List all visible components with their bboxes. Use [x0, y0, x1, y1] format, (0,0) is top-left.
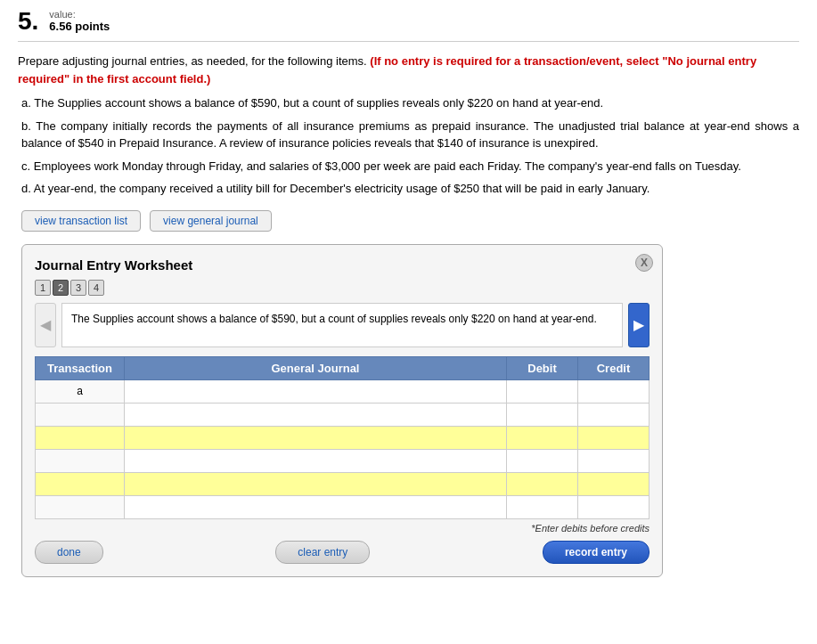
credit-input[interactable] — [582, 478, 645, 491]
debit-input[interactable] — [511, 432, 574, 444]
table-row — [36, 426, 650, 449]
col-transaction: Transaction — [36, 356, 125, 379]
question-items: a. The Supplies account shows a balance … — [21, 94, 799, 198]
general-journal-cell[interactable] — [125, 379, 507, 403]
credit-input[interactable] — [582, 455, 645, 468]
table-row — [36, 403, 650, 426]
col-general-journal: General Journal — [125, 356, 507, 379]
view-general-journal-button[interactable]: view general journal — [150, 210, 272, 232]
clear-entry-button[interactable]: clear entry — [275, 541, 370, 564]
transaction-cell: a — [36, 379, 125, 403]
page-container: 5. value: 6.56 points Prepare adjusting … — [0, 0, 817, 595]
credit-cell[interactable] — [578, 472, 650, 495]
transaction-cell — [36, 426, 125, 449]
general-journal-input[interactable] — [128, 501, 502, 514]
col-credit: Credit — [578, 356, 650, 379]
question-body: Prepare adjusting journal entries, as ne… — [18, 53, 799, 198]
transaction-cell — [36, 403, 125, 426]
table-row: a — [36, 379, 650, 403]
debit-input[interactable] — [511, 409, 574, 421]
question-header: 5. value: 6.56 points — [18, 9, 799, 42]
debit-cell[interactable] — [507, 472, 578, 495]
credit-input[interactable] — [582, 501, 645, 514]
table-row — [36, 472, 650, 495]
action-buttons-row: view transaction list view general journ… — [21, 210, 799, 232]
worksheet-title: Journal Entry Worksheet — [35, 257, 650, 273]
debit-input[interactable] — [511, 455, 574, 468]
debit-cell[interactable] — [507, 495, 578, 518]
nav-right-arrow[interactable]: ▶ — [628, 303, 650, 347]
general-journal-input[interactable] — [128, 386, 502, 398]
credit-input[interactable] — [582, 432, 645, 444]
value-label: value: — [49, 9, 110, 20]
question-number: 5. — [18, 9, 38, 34]
description-row: ◀ The Supplies account shows a balance o… — [35, 303, 650, 347]
description-box: The Supplies account shows a balance of … — [61, 303, 623, 347]
question-value-container: value: 6.56 points — [49, 9, 110, 33]
instructions: Prepare adjusting journal entries, as ne… — [18, 53, 799, 87]
credit-input[interactable] — [582, 409, 645, 421]
credit-cell[interactable] — [578, 379, 650, 403]
record-entry-button[interactable]: record entry — [543, 541, 650, 564]
nav-left-arrow[interactable]: ◀ — [35, 303, 56, 347]
tab-1[interactable]: 1 — [35, 280, 51, 296]
transaction-cell — [36, 472, 125, 495]
col-debit: Debit — [507, 356, 578, 379]
debit-cell[interactable] — [507, 426, 578, 449]
table-row — [36, 449, 650, 472]
item-c: c. Employees work Monday through Friday,… — [21, 158, 799, 175]
general-journal-cell[interactable] — [125, 426, 507, 449]
debit-cell[interactable] — [507, 449, 578, 472]
item-a: a. The Supplies account shows a balance … — [21, 94, 799, 112]
tab-3[interactable]: 3 — [70, 280, 86, 296]
journal-table: Transaction General Journal Debit Credit… — [35, 356, 650, 519]
transaction-cell — [36, 495, 125, 518]
general-journal-cell[interactable] — [125, 472, 507, 495]
debit-input[interactable] — [511, 501, 574, 514]
general-journal-cell[interactable] — [125, 495, 507, 518]
credit-cell[interactable] — [578, 403, 650, 426]
hint-text: *Enter debits before credits — [35, 523, 650, 534]
general-journal-input[interactable] — [128, 455, 502, 468]
credit-cell[interactable] — [578, 449, 650, 472]
credit-cell[interactable] — [578, 426, 650, 449]
general-journal-cell[interactable] — [125, 403, 507, 426]
credit-input[interactable] — [582, 386, 645, 398]
general-journal-input[interactable] — [128, 409, 502, 421]
item-d: d. At year-end, the company received a u… — [21, 180, 799, 198]
debit-input[interactable] — [511, 386, 574, 398]
debit-input[interactable] — [511, 478, 574, 491]
bottom-buttons: done clear entry record entry — [35, 541, 650, 564]
value-amount: 6.56 points — [49, 20, 110, 33]
close-button[interactable]: X — [635, 254, 653, 272]
done-button[interactable]: done — [35, 541, 103, 564]
tab-2[interactable]: 2 — [53, 280, 69, 296]
debit-cell[interactable] — [507, 403, 578, 426]
worksheet-container: X Journal Entry Worksheet 1 2 3 4 ◀ The … — [21, 244, 663, 577]
general-journal-input[interactable] — [128, 432, 502, 444]
tab-4[interactable]: 4 — [88, 280, 104, 296]
tab-row: 1 2 3 4 — [35, 280, 650, 296]
view-transaction-list-button[interactable]: view transaction list — [21, 210, 141, 232]
table-row — [36, 495, 650, 518]
credit-cell[interactable] — [578, 495, 650, 518]
debit-cell[interactable] — [507, 379, 578, 403]
transaction-cell — [36, 449, 125, 472]
item-b: b. The company initially records the pay… — [21, 118, 799, 152]
general-journal-input[interactable] — [128, 478, 502, 491]
general-journal-cell[interactable] — [125, 449, 507, 472]
